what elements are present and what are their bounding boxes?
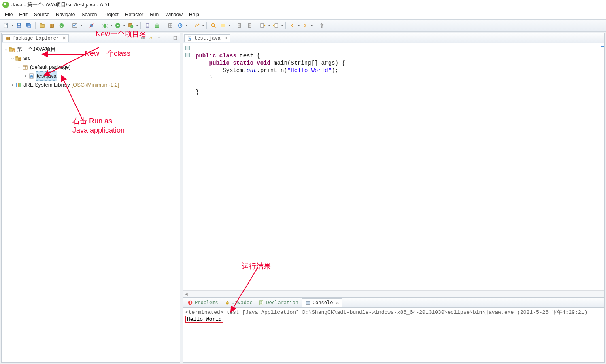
console-view[interactable]: <terminated> test [Java Application] D:\… — [183, 308, 604, 362]
toolbar-separator — [85, 22, 85, 29]
expander-icon[interactable]: ⌵ — [3, 45, 9, 54]
fold-marker-icon[interactable] — [185, 53, 190, 57]
scroll-left-button[interactable]: ◄ — [183, 291, 189, 297]
back-dropdown[interactable] — [298, 21, 300, 30]
skip-breakpoints-button[interactable] — [87, 21, 96, 30]
source-folder-icon — [15, 55, 22, 61]
package-explorer-icon — [5, 36, 11, 41]
menu-navigate[interactable]: Navigate — [53, 11, 78, 19]
console-output: Hello World — [187, 316, 222, 322]
menu-project[interactable]: Project — [100, 11, 121, 19]
svg-rect-6 — [28, 26, 30, 28]
horizontal-scrollbar[interactable]: ◄ — [183, 290, 604, 297]
next-annotation-dropdown[interactable] — [281, 21, 283, 30]
tree-default-package[interactable]: ⌵ (default package) — [2, 63, 179, 72]
svg-rect-21 — [146, 24, 148, 27]
run-button[interactable] — [113, 21, 122, 30]
toolbar-separator — [315, 22, 315, 29]
avd-manager-button[interactable] — [143, 21, 152, 30]
debug-button[interactable] — [100, 21, 109, 30]
tree-label: test.java — [36, 71, 57, 81]
close-editor-icon[interactable]: ✕ — [224, 36, 228, 41]
save-all-button[interactable] — [24, 21, 33, 30]
annotation-button[interactable] — [219, 21, 228, 30]
debug-dropdown[interactable] — [110, 21, 113, 30]
tab-console[interactable]: Console ✕ — [302, 298, 342, 307]
menu-help[interactable]: Help — [186, 11, 202, 19]
editor-panel: J test.java ✕ public class test { public… — [183, 33, 605, 363]
toolbar-separator — [233, 22, 233, 29]
forward-button[interactable] — [301, 21, 310, 30]
tree-label: (default package) — [30, 63, 71, 72]
bottom-tabs: Problems @ Javadoc Declaration Console ✕ — [183, 298, 604, 308]
code-content[interactable]: public class test { public static void m… — [193, 43, 600, 290]
next-annotation-button[interactable] — [271, 21, 280, 30]
open-type-dropdown[interactable] — [202, 21, 204, 30]
menu-edit[interactable]: Edit — [16, 11, 31, 19]
expander-icon[interactable]: › — [10, 80, 15, 89]
run-last-dropdown[interactable] — [136, 21, 138, 30]
tab-problems[interactable]: Problems — [184, 299, 221, 306]
next-edit-button[interactable] — [245, 21, 254, 30]
tab-declaration[interactable]: Declaration — [255, 299, 301, 306]
menu-search[interactable]: Search — [78, 11, 100, 19]
pin-editor-button[interactable] — [317, 21, 326, 30]
new-dropdown[interactable] — [11, 21, 14, 30]
new-android-button[interactable] — [166, 21, 175, 30]
svg-rect-35 — [174, 36, 177, 40]
new-package-button[interactable] — [47, 21, 56, 30]
svg-text:J: J — [189, 38, 190, 40]
tab-javadoc[interactable]: @ Javadoc — [221, 299, 256, 306]
open-task-button[interactable] — [70, 21, 79, 30]
menu-file[interactable]: File — [2, 11, 16, 19]
editor-tab-test-java[interactable]: J test.java ✕ — [184, 34, 230, 42]
prev-edit-button[interactable] — [235, 21, 244, 30]
editor-gutter — [183, 43, 193, 290]
back-button[interactable] — [288, 21, 297, 30]
svg-rect-2 — [18, 24, 20, 25]
expander-icon[interactable]: › — [23, 72, 28, 80]
overview-ruler[interactable] — [600, 43, 604, 290]
menu-run[interactable]: Run — [147, 11, 162, 19]
run-dropdown[interactable] — [123, 21, 125, 30]
new-button[interactable] — [2, 21, 11, 30]
run-last-button[interactable] — [126, 21, 135, 30]
view-menu-button[interactable] — [155, 34, 163, 42]
link-editor-button[interactable] — [147, 34, 155, 42]
new-java-project-button[interactable] — [38, 21, 47, 30]
lint-button[interactable] — [176, 21, 185, 30]
code-editor[interactable]: public class test { public static void m… — [183, 43, 604, 290]
tree-project[interactable]: ⌵ J 第一个JAVA项目 — [2, 45, 179, 54]
expander-icon[interactable]: ⌵ — [10, 54, 15, 63]
prev-annotation-dropdown[interactable] — [268, 21, 270, 30]
menu-source[interactable]: Source — [31, 11, 53, 19]
annotation-dropdown[interactable] — [228, 21, 231, 30]
package-explorer-tab[interactable]: Package Explorer ✕ — [2, 34, 69, 42]
toolbar-separator — [98, 22, 98, 29]
open-type-button[interactable] — [192, 21, 201, 30]
expander-icon[interactable]: ⌵ — [16, 63, 22, 72]
menu-window[interactable]: Window — [162, 11, 186, 19]
close-tab-icon[interactable]: ✕ — [62, 36, 66, 41]
new-class-button[interactable]: C — [57, 21, 66, 30]
collapse-all-button[interactable] — [139, 34, 147, 42]
maximize-view-button[interactable] — [172, 34, 179, 42]
tree-jre-library[interactable]: › JRE System Library [OSGi/Minimum-1.2] — [2, 80, 179, 89]
library-icon — [15, 82, 22, 88]
search-button[interactable] — [209, 21, 218, 30]
tree-file-test-java[interactable]: › J test.java — [2, 72, 179, 80]
fold-marker-icon[interactable] — [185, 46, 190, 50]
close-tab-icon[interactable]: ✕ — [336, 300, 339, 305]
save-button[interactable] — [15, 21, 23, 30]
lint-dropdown[interactable] — [185, 21, 188, 30]
forward-dropdown[interactable] — [310, 21, 313, 30]
svg-line-27 — [214, 26, 216, 28]
minimize-view-button[interactable] — [164, 34, 171, 42]
sdk-manager-button[interactable] — [153, 21, 162, 30]
toolbar-separator — [256, 22, 256, 29]
menu-refactor[interactable]: Refactor — [122, 11, 147, 19]
open-task-dropdown[interactable] — [80, 21, 83, 30]
tree-src-folder[interactable]: ⌵ src — [2, 54, 179, 63]
prev-annotation-button[interactable] — [258, 21, 267, 30]
toolbar-separator — [285, 22, 286, 29]
